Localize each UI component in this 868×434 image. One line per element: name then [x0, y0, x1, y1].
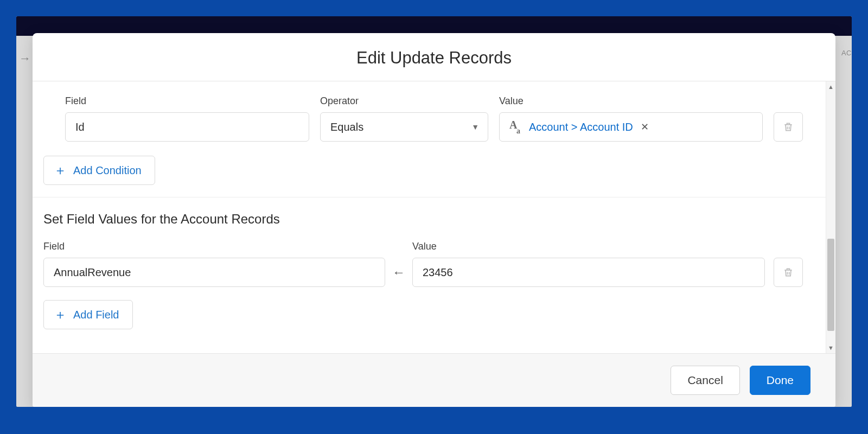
condition-value-label: Value: [499, 95, 524, 106]
scroll-down-icon[interactable]: ▼: [826, 342, 835, 353]
scroll-up-icon[interactable]: ▲: [826, 81, 835, 92]
background-app: → AC Edit Update Records Field Operator …: [16, 16, 852, 407]
chevron-down-icon: ▼: [471, 123, 479, 131]
set-value-text[interactable]: [423, 266, 755, 279]
background-arrow-icon: →: [19, 52, 31, 66]
condition-operator-select[interactable]: Equals ▼: [320, 112, 488, 142]
plus-icon: ＋: [54, 308, 67, 321]
delete-field-row-button[interactable]: [774, 258, 803, 287]
fieldvalue-labels-row: Field Value: [43, 241, 803, 252]
condition-field-text[interactable]: [75, 121, 299, 133]
cancel-button[interactable]: Cancel: [671, 366, 739, 395]
modal-header: Edit Update Records: [33, 33, 835, 81]
background-right-hint: AC: [841, 49, 852, 57]
modal-title: Edit Update Records: [33, 48, 835, 68]
delete-condition-button[interactable]: [774, 112, 803, 142]
trash-icon: [783, 266, 794, 278]
trash-icon: [783, 121, 794, 133]
condition-value-input[interactable]: Aa Account > Account ID ✕: [499, 112, 763, 142]
condition-operator-value: Equals: [330, 121, 363, 133]
modal-body: Field Operator Value Equals: [33, 81, 835, 353]
text-type-icon: Aa: [509, 121, 524, 133]
condition-field-label: Field: [65, 95, 86, 106]
assign-arrow-icon: ←: [385, 265, 412, 280]
fv-value-label: Value: [412, 241, 437, 252]
modal-body-inner: Field Operator Value Equals: [33, 81, 835, 340]
plus-icon: ＋: [54, 164, 67, 177]
section-divider: [33, 197, 835, 197]
condition-operator-label: Operator: [320, 95, 359, 106]
set-field-text[interactable]: [54, 266, 375, 279]
set-value-input[interactable]: [412, 258, 765, 287]
scrollbar[interactable]: ▲ ▼: [826, 81, 835, 353]
set-field-input[interactable]: [43, 258, 385, 287]
condition-row: Equals ▼ Aa Account > Account ID ✕: [65, 112, 803, 142]
value-reference-text: Account > Account ID: [529, 121, 633, 133]
add-field-button[interactable]: ＋ Add Field: [43, 300, 133, 329]
add-field-label: Add Field: [73, 309, 119, 321]
edit-update-records-modal: Edit Update Records Field Operator Value: [33, 33, 835, 407]
condition-labels-row: Field Operator Value: [65, 95, 803, 107]
fieldvalue-row: ←: [43, 258, 803, 287]
fv-field-label: Field: [43, 241, 65, 252]
condition-field-input[interactable]: [65, 112, 309, 142]
set-field-values-heading: Set Field Values for the Account Records: [43, 212, 803, 227]
modal-footer: Cancel Done: [33, 353, 835, 407]
done-button[interactable]: Done: [750, 366, 810, 395]
value-reference-pill[interactable]: Aa Account > Account ID ✕: [509, 121, 649, 133]
scroll-thumb[interactable]: [827, 239, 834, 331]
add-condition-label: Add Condition: [73, 164, 142, 177]
remove-pill-icon[interactable]: ✕: [641, 121, 649, 133]
add-condition-button[interactable]: ＋ Add Condition: [43, 156, 155, 185]
